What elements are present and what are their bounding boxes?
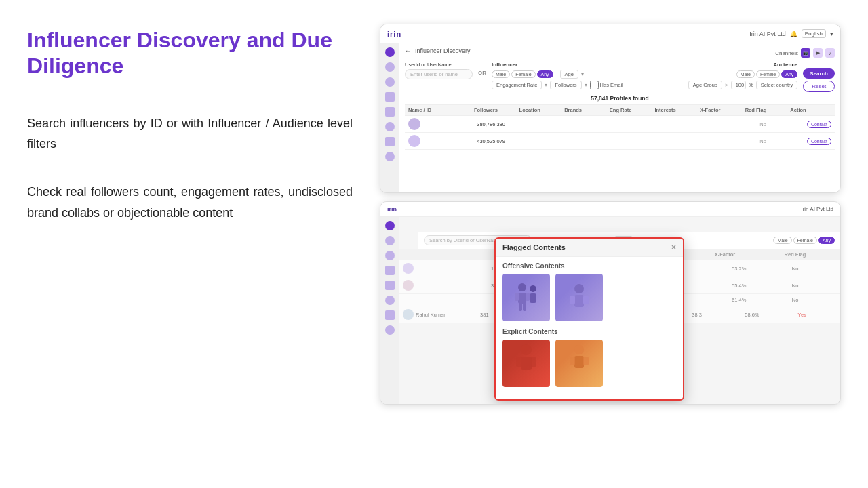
followers-select[interactable]: Followers	[550, 81, 581, 89]
close-icon[interactable]: ×	[671, 243, 676, 252]
bot-aud-any[interactable]: Any	[818, 237, 835, 244]
row2-contact-btn[interactable]: Contact	[807, 138, 831, 145]
svg-rect-10	[570, 296, 575, 304]
description-block-1: Search influencers by ID or with Influen…	[27, 113, 353, 155]
sidebar-icon-1[interactable]	[385, 47, 395, 57]
sidebar-icon-5[interactable]	[385, 107, 395, 117]
row1-followers: 380,786,380	[477, 121, 520, 127]
bot-r1-engrate: 53.2%	[732, 266, 788, 272]
col-interests: Interests	[654, 107, 696, 113]
sidebar-icon-6[interactable]	[385, 122, 395, 131]
age-group-select[interactable]: Age Group	[688, 81, 722, 89]
bottom-company: Irin AI Pvt Ltd	[801, 206, 833, 212]
any-pill[interactable]: Any	[537, 70, 553, 78]
company-name: Irin AI Pvt Ltd	[749, 30, 786, 37]
youtube-icon[interactable]: ▶	[813, 48, 823, 58]
aud-any-pill[interactable]: Any	[781, 70, 797, 78]
flagged-modal: Flagged Contents × Offensive Contents	[494, 237, 684, 401]
svg-rect-5	[523, 303, 526, 311]
bot-aud-male[interactable]: Male	[773, 237, 791, 244]
table-row-1: 380,786,380 No Contact	[405, 116, 835, 133]
row2-followers: 430,525,079	[477, 138, 520, 144]
bot-avatar-2	[403, 280, 414, 291]
bot-r4-redflag: Yes	[797, 312, 837, 318]
bot-sidebar-1[interactable]	[385, 221, 395, 230]
bot-sidebar-3[interactable]	[385, 251, 395, 260]
svg-rect-2	[515, 293, 519, 301]
or-divider-top: OR	[478, 62, 486, 76]
explicit-img-2	[555, 340, 603, 387]
channels-bar: Channels 📷 ▶ ♪	[775, 48, 835, 58]
bottom-inner: Search by UserId or UserName OR Male Fem…	[380, 217, 840, 405]
sidebar-icon-3[interactable]	[385, 77, 395, 87]
offensive-img-1	[502, 274, 550, 321]
bot-sidebar-5[interactable]	[385, 281, 395, 290]
svg-rect-15	[531, 357, 536, 367]
bot-aud-female[interactable]: Female	[793, 237, 817, 244]
col-eng-rate: Eng Rate	[610, 107, 651, 113]
sidebar-icon-7[interactable]	[385, 137, 395, 146]
userid-input[interactable]: Enter userid or name	[405, 69, 473, 79]
bot-sidebar-2[interactable]	[385, 236, 395, 245]
top-mock-body: ← Influencer Discovery Channels 📷 ▶ ♪	[380, 43, 840, 192]
bottom-mock-card: irin Irin AI Pvt Ltd	[380, 201, 841, 405]
top-mock-header-right: Irin AI Pvt Ltd 🔔 English ▾	[749, 29, 833, 38]
flagged-modal-wrapper: Flagged Contents × Offensive Contents	[494, 237, 684, 401]
back-arrow: ←	[405, 47, 411, 54]
top-mock-card: irin Irin AI Pvt Ltd 🔔 English ▾	[380, 24, 841, 193]
search-button[interactable]: Search	[803, 68, 835, 79]
country-select[interactable]: Select country	[756, 81, 798, 89]
bot-col-xfactor: X-Factor	[715, 251, 781, 258]
col-action: Action	[790, 107, 831, 113]
language-badge: English	[802, 29, 826, 38]
svg-point-16	[574, 345, 584, 354]
right-panel: irin Irin AI Pvt Ltd 🔔 English ▾	[380, 20, 841, 405]
bot-r4-xfactor: 38.3	[692, 312, 741, 318]
person-svg-2	[566, 281, 593, 314]
col-followers: Followers	[474, 107, 515, 113]
bot-avatar-1	[403, 263, 414, 274]
svg-point-8	[574, 284, 584, 293]
aud-female-pill[interactable]: Female	[756, 70, 780, 78]
sidebar-icon-4[interactable]	[385, 92, 395, 102]
reset-button[interactable]: Reset	[803, 81, 835, 92]
offensive-img-2	[555, 274, 603, 321]
age-select[interactable]: Age	[560, 70, 578, 79]
row1-contact-btn[interactable]: Contact	[807, 121, 831, 128]
svg-rect-3	[526, 293, 530, 301]
female-pill[interactable]: Female	[511, 70, 535, 78]
bot-r4-engrate2: 58.6%	[745, 312, 793, 318]
col-xfactor: X-Factor	[700, 107, 741, 113]
influencer-gender-pills: Male Female Any	[492, 70, 553, 78]
instagram-icon[interactable]: 📷	[801, 48, 810, 58]
top-mock-logo: irin	[387, 30, 401, 38]
sidebar-icon-2[interactable]	[385, 62, 395, 72]
modal-title: Flagged Contents	[502, 243, 566, 251]
top-mock-header: irin Irin AI Pvt Ltd 🔔 English ▾	[380, 24, 840, 43]
sidebar-icon-8[interactable]	[385, 152, 395, 161]
followers-word: followers	[91, 185, 139, 199]
male-pill[interactable]: Male	[492, 70, 510, 78]
aud-male-pill[interactable]: Male	[736, 70, 755, 78]
chevron-icon: ▾	[830, 30, 833, 37]
person-svg-1	[513, 281, 540, 314]
tiktok-icon[interactable]: ♪	[825, 48, 835, 58]
engagement-select[interactable]: Engagement Rate	[492, 81, 542, 89]
bot-r4-name: Rahul Kumar	[416, 312, 446, 318]
bot-sidebar-8[interactable]	[385, 325, 395, 335]
svg-rect-1	[518, 293, 526, 304]
profiles-found: 57,841 Profiles found	[405, 95, 835, 102]
bot-sidebar-4[interactable]	[385, 266, 395, 275]
action-buttons: Search Reset	[803, 62, 835, 92]
svg-rect-14	[516, 357, 521, 367]
bot-sidebar-7[interactable]	[385, 310, 395, 320]
row2-redflag: No	[760, 138, 803, 144]
has-email-checkbox[interactable]	[590, 81, 599, 89]
percent-input[interactable]: 100	[731, 81, 746, 89]
bot-sidebar-6[interactable]	[385, 296, 395, 305]
top-mock-content: ← Influencer Discovery Channels 📷 ▶ ♪	[399, 43, 840, 192]
bot-r2-redflag: No	[792, 283, 837, 289]
svg-point-0	[518, 283, 526, 291]
has-email-label[interactable]: Has Email	[590, 81, 623, 89]
page-title: Influencer Discovery and Due Diligence	[27, 27, 353, 79]
